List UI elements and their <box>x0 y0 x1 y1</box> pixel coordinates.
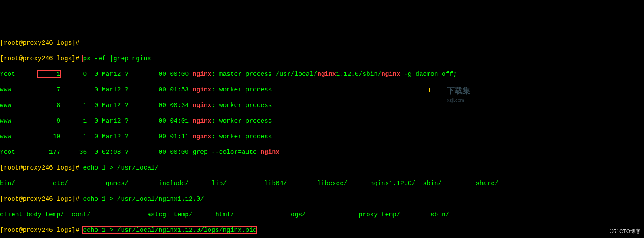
footer-watermark: ©51CTO博客 <box>610 228 641 235</box>
watermark-url: xzji.com <box>447 96 464 104</box>
tab-complete-2: client_body_temp/ conf/ fastcgi_temp/ ht… <box>0 211 644 218</box>
ps-row-1: www 7 1 0 Mar12 ? 00:01:53 nginx: worker… <box>0 86 644 94</box>
watermark-logo: ⬇ <box>427 87 432 95</box>
line-ps: [root@proxy246 logs]# ps -ef |grep nginx <box>0 55 644 62</box>
pid-1-box: 1 <box>38 71 60 78</box>
tab-complete-1: bin/ etc/ games/ include/ lib/ lib64/ li… <box>0 179 644 187</box>
line-top-cut: [root@proxy246 logs]# <box>0 39 644 47</box>
ps-row-5: root 177 36 0 02:08 ? 00:00:00 grep --co… <box>0 148 644 156</box>
ps-row-0: root 1 0 0 Mar12 ? 00:00:00 nginx: maste… <box>0 70 644 78</box>
line-echo-pid: [root@proxy246 logs]# echo 1 > /usr/loca… <box>0 226 644 234</box>
watermark-text: 下载集 <box>447 87 470 95</box>
line-echo-local: [root@proxy246 logs]# echo 1 > /usr/loca… <box>0 164 644 172</box>
line-echo-nginxdir: [root@proxy246 logs]# echo 1 > /usr/loca… <box>0 195 644 203</box>
ps-row-3: www 9 1 0 Mar12 ? 00:04:01 nginx: worker… <box>0 117 644 125</box>
terminal[interactable]: [root@proxy246 logs]# [root@proxy246 log… <box>0 31 644 238</box>
ps-row-2: www 8 1 0 Mar12 ? 00:00:34 nginx: worker… <box>0 101 644 109</box>
cmd-ps: ps -ef |grep nginx <box>83 55 151 62</box>
arrow-down-icon: ⬇ <box>427 86 432 95</box>
cmd-echo-pid: echo 1 > /usr/local/nginx1.12.0/logs/ngi… <box>83 227 256 234</box>
ps-row-4: www 10 1 0 Mar12 ? 00:01:11 nginx: worke… <box>0 133 644 140</box>
nginx-hl: nginx <box>193 71 212 78</box>
